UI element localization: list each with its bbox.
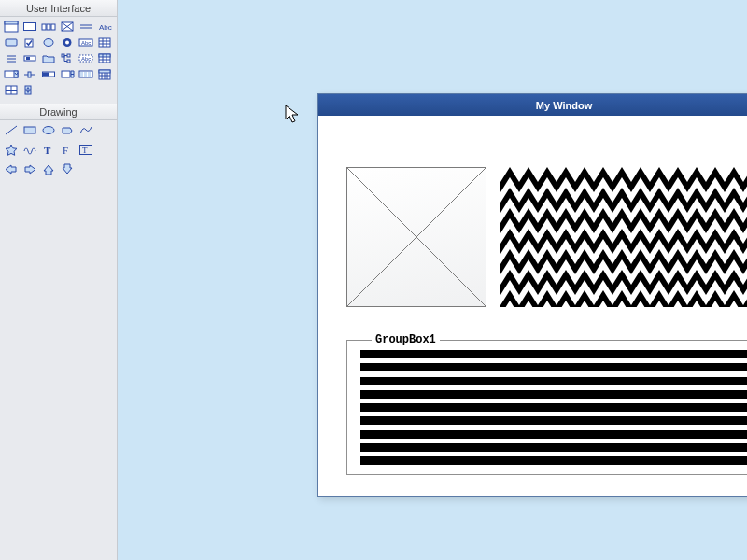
mock-window[interactable]: My Window GroupBox1 <box>317 93 747 497</box>
tool-rect-icon[interactable] <box>21 122 39 138</box>
hbar <box>360 403 747 412</box>
tool-calendar-icon[interactable] <box>95 66 114 82</box>
tool-tree-icon[interactable] <box>58 50 77 66</box>
design-canvas[interactable]: My Window GroupBox1 <box>118 0 747 560</box>
svg-line-7 <box>62 22 73 31</box>
tool-arrow-right-icon[interactable] <box>21 161 39 177</box>
svg-rect-17 <box>79 39 92 46</box>
tool-folder-icon[interactable] <box>39 50 58 66</box>
groupbox[interactable]: GroupBox1 <box>346 340 747 475</box>
image-placeholder[interactable] <box>346 167 486 307</box>
tool-arrow-left-icon[interactable] <box>2 161 21 177</box>
tool-button-icon[interactable] <box>2 35 21 50</box>
svg-rect-49 <box>88 72 91 77</box>
svg-point-15 <box>63 38 72 47</box>
hbar <box>360 443 747 452</box>
mock-window-title: My Window <box>536 100 592 111</box>
svg-point-14 <box>44 39 53 47</box>
tool-slider-icon[interactable] <box>21 66 39 82</box>
svg-rect-56 <box>6 86 17 94</box>
svg-rect-40 <box>14 71 18 77</box>
svg-rect-3 <box>42 24 46 30</box>
tool-squiggle-icon[interactable] <box>21 142 39 158</box>
tool-text-frame-icon[interactable]: T <box>77 142 95 158</box>
tool-menu-icon[interactable] <box>2 50 21 66</box>
tool-radio-outline-icon[interactable] <box>39 35 58 50</box>
svg-rect-42 <box>28 72 31 77</box>
svg-rect-39 <box>5 71 18 77</box>
tool-table-icon[interactable] <box>95 50 114 66</box>
tool-grid-icon[interactable] <box>95 35 114 50</box>
svg-text:T: T <box>82 146 88 155</box>
svg-rect-46 <box>79 71 92 77</box>
tool-star-icon[interactable] <box>2 142 21 158</box>
svg-rect-34 <box>99 54 110 63</box>
tool-input-icon[interactable]: Abc <box>77 35 95 50</box>
svg-point-63 <box>43 127 54 134</box>
tool-checkbox-icon[interactable] <box>21 35 39 50</box>
tool-panel-icon[interactable] <box>21 19 39 35</box>
mock-window-body: GroupBox1 <box>318 116 747 496</box>
tool-radio-filled-icon[interactable] <box>58 35 77 50</box>
hbar <box>360 350 747 358</box>
svg-text:Abc: Abc <box>81 56 91 62</box>
tool-input-dashed-icon[interactable]: Abc <box>77 50 95 66</box>
hbar <box>360 456 747 465</box>
tool-stepper-icon[interactable] <box>21 82 39 98</box>
tool-progress-icon[interactable] <box>39 66 58 82</box>
svg-point-16 <box>65 41 69 45</box>
tool-scrollbar-icon[interactable] <box>21 50 39 66</box>
groupbox-label: GroupBox1 <box>372 333 440 346</box>
cursor-icon <box>285 105 300 125</box>
tool-arrow-up-icon[interactable] <box>39 161 58 177</box>
tool-window-icon[interactable] <box>2 19 21 35</box>
svg-rect-50 <box>99 70 110 79</box>
tool-double-line-icon[interactable] <box>77 19 95 35</box>
svg-rect-31 <box>67 60 70 63</box>
svg-rect-44 <box>43 73 49 77</box>
window-minimize-icon[interactable] <box>742 96 747 111</box>
svg-line-8 <box>62 22 73 31</box>
tool-tabbar-icon[interactable] <box>39 19 58 35</box>
svg-text:Abc: Abc <box>99 23 112 32</box>
tool-polygon-icon[interactable] <box>58 122 77 138</box>
palette-section-draw-title: Drawing <box>0 104 117 120</box>
svg-rect-2 <box>24 23 36 31</box>
svg-rect-59 <box>25 86 31 90</box>
svg-rect-29 <box>62 54 64 57</box>
tool-palette: User Interface Abc Abc Abc Drawing <box>0 0 118 560</box>
svg-rect-43 <box>43 72 55 77</box>
svg-rect-35 <box>99 54 110 57</box>
tool-ellipse-icon[interactable] <box>39 122 58 138</box>
bar-pattern <box>360 350 747 465</box>
tool-text-bold-icon[interactable]: T <box>39 142 58 158</box>
tool-line-icon[interactable] <box>2 122 21 138</box>
mock-window-titlebar[interactable]: My Window <box>318 94 747 116</box>
zigzag-pattern[interactable] <box>500 167 747 307</box>
tool-grid2-icon[interactable] <box>2 82 21 98</box>
svg-rect-30 <box>67 54 70 57</box>
tool-label-icon[interactable]: Abc <box>95 19 114 35</box>
svg-rect-4 <box>47 24 50 30</box>
palette-section-ui-title: User Interface <box>0 0 117 17</box>
svg-text:T: T <box>44 145 51 156</box>
tool-image-icon[interactable] <box>58 19 77 35</box>
tool-dropdown-icon[interactable] <box>2 66 21 82</box>
tool-toolbar-icon[interactable] <box>77 66 95 82</box>
tool-curve-icon[interactable] <box>77 122 95 138</box>
svg-rect-13 <box>25 39 33 47</box>
svg-rect-27 <box>24 56 35 61</box>
svg-rect-1 <box>5 21 18 24</box>
tool-spinner-icon[interactable] <box>58 66 77 82</box>
tool-arrow-down-icon[interactable] <box>58 161 77 177</box>
svg-rect-47 <box>80 72 83 77</box>
svg-rect-0 <box>5 21 18 32</box>
svg-line-61 <box>6 126 17 134</box>
hbar <box>360 363 747 371</box>
svg-rect-48 <box>84 72 87 77</box>
svg-rect-51 <box>99 70 110 73</box>
hbar <box>360 377 747 385</box>
svg-rect-6 <box>62 22 73 31</box>
tool-text-plain-icon[interactable]: F <box>58 142 77 158</box>
svg-rect-5 <box>51 24 55 30</box>
